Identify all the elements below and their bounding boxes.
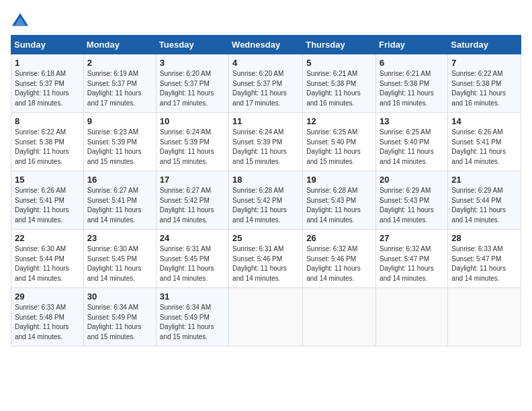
day-info: Sunrise: 6:29 AM Sunset: 5:43 PM Dayligh… — [380, 186, 444, 225]
day-number: 17 — [160, 175, 225, 185]
day-info: Sunrise: 6:28 AM Sunset: 5:42 PM Dayligh… — [232, 186, 299, 225]
day-info: Sunrise: 6:20 AM Sunset: 5:37 PM Dayligh… — [160, 69, 225, 108]
calendar-header: SundayMondayTuesdayWednesdayThursdayFrid… — [11, 36, 521, 54]
day-info: Sunrise: 6:33 AM Sunset: 5:48 PM Dayligh… — [15, 303, 80, 342]
calendar-cell: 29 Sunrise: 6:33 AM Sunset: 5:48 PM Dayl… — [11, 288, 84, 347]
day-info: Sunrise: 6:27 AM Sunset: 5:42 PM Dayligh… — [160, 186, 225, 225]
day-number: 10 — [160, 116, 225, 126]
day-info: Sunrise: 6:30 AM Sunset: 5:44 PM Dayligh… — [15, 244, 80, 283]
day-number: 8 — [15, 116, 80, 126]
day-info: Sunrise: 6:25 AM Sunset: 5:40 PM Dayligh… — [306, 128, 372, 167]
calendar-cell: 6 Sunrise: 6:21 AM Sunset: 5:38 PM Dayli… — [376, 54, 448, 113]
calendar-cell: 18 Sunrise: 6:28 AM Sunset: 5:42 PM Dayl… — [229, 171, 303, 230]
calendar-week-3: 15 Sunrise: 6:26 AM Sunset: 5:41 PM Dayl… — [11, 171, 521, 230]
day-info: Sunrise: 6:29 AM Sunset: 5:44 PM Dayligh… — [451, 186, 517, 225]
calendar-cell: 27 Sunrise: 6:32 AM Sunset: 5:47 PM Dayl… — [376, 230, 448, 288]
day-info: Sunrise: 6:32 AM Sunset: 5:47 PM Dayligh… — [380, 244, 444, 283]
day-number: 21 — [451, 175, 517, 185]
day-number: 16 — [87, 175, 152, 185]
col-header-monday: Monday — [83, 36, 156, 54]
calendar-cell — [229, 288, 303, 347]
day-number: 5 — [306, 58, 372, 68]
day-info: Sunrise: 6:24 AM Sunset: 5:39 PM Dayligh… — [160, 128, 225, 167]
calendar-cell: 2 Sunrise: 6:19 AM Sunset: 5:37 PM Dayli… — [83, 54, 156, 113]
calendar-table: SundayMondayTuesdayWednesdayThursdayFrid… — [11, 35, 521, 347]
day-info: Sunrise: 6:25 AM Sunset: 5:40 PM Dayligh… — [380, 128, 444, 167]
day-info: Sunrise: 6:21 AM Sunset: 5:38 PM Dayligh… — [380, 69, 444, 108]
calendar-cell: 1 Sunrise: 6:18 AM Sunset: 5:37 PM Dayli… — [11, 54, 84, 113]
day-number: 13 — [380, 116, 444, 126]
calendar-cell: 7 Sunrise: 6:22 AM Sunset: 5:38 PM Dayli… — [448, 54, 521, 113]
day-info: Sunrise: 6:34 AM Sunset: 5:49 PM Dayligh… — [160, 303, 225, 342]
day-info: Sunrise: 6:31 AM Sunset: 5:46 PM Dayligh… — [232, 244, 299, 283]
day-number: 14 — [451, 116, 517, 126]
day-number: 23 — [87, 233, 152, 243]
day-info: Sunrise: 6:26 AM Sunset: 5:41 PM Dayligh… — [15, 186, 80, 225]
calendar-cell: 17 Sunrise: 6:27 AM Sunset: 5:42 PM Dayl… — [156, 171, 228, 230]
day-number: 3 — [160, 58, 225, 68]
day-number: 22 — [15, 233, 80, 243]
day-number: 30 — [87, 291, 152, 302]
calendar-week-5: 29 Sunrise: 6:33 AM Sunset: 5:48 PM Dayl… — [11, 288, 521, 347]
day-number: 6 — [380, 58, 444, 68]
day-number: 18 — [232, 175, 299, 185]
day-info: Sunrise: 6:32 AM Sunset: 5:46 PM Dayligh… — [306, 244, 372, 283]
day-info: Sunrise: 6:34 AM Sunset: 5:49 PM Dayligh… — [87, 303, 152, 342]
calendar-cell: 4 Sunrise: 6:20 AM Sunset: 5:37 PM Dayli… — [229, 54, 303, 113]
calendar-cell — [448, 288, 521, 347]
col-header-saturday: Saturday — [448, 36, 521, 54]
calendar-cell: 11 Sunrise: 6:24 AM Sunset: 5:39 PM Dayl… — [229, 113, 303, 171]
day-number: 1 — [15, 58, 80, 68]
day-info: Sunrise: 6:31 AM Sunset: 5:45 PM Dayligh… — [160, 244, 225, 283]
day-info: Sunrise: 6:30 AM Sunset: 5:45 PM Dayligh… — [87, 244, 152, 283]
day-number: 9 — [87, 116, 152, 126]
day-info: Sunrise: 6:33 AM Sunset: 5:47 PM Dayligh… — [451, 244, 517, 283]
calendar-cell: 13 Sunrise: 6:25 AM Sunset: 5:40 PM Dayl… — [376, 113, 448, 171]
logo — [11, 11, 32, 30]
day-info: Sunrise: 6:23 AM Sunset: 5:39 PM Dayligh… — [87, 128, 152, 167]
day-number: 27 — [380, 233, 444, 243]
col-header-tuesday: Tuesday — [156, 36, 228, 54]
calendar-cell — [303, 288, 376, 347]
day-number: 2 — [87, 58, 152, 68]
calendar-cell: 10 Sunrise: 6:24 AM Sunset: 5:39 PM Dayl… — [156, 113, 228, 171]
day-number: 24 — [160, 233, 225, 243]
day-info: Sunrise: 6:19 AM Sunset: 5:37 PM Dayligh… — [87, 69, 152, 108]
day-info: Sunrise: 6:27 AM Sunset: 5:41 PM Dayligh… — [87, 186, 152, 225]
day-number: 12 — [306, 116, 372, 126]
calendar-cell: 19 Sunrise: 6:28 AM Sunset: 5:43 PM Dayl… — [303, 171, 376, 230]
calendar-cell: 9 Sunrise: 6:23 AM Sunset: 5:39 PM Dayli… — [83, 113, 156, 171]
col-header-friday: Friday — [376, 36, 448, 54]
day-number: 11 — [232, 116, 299, 126]
day-number: 31 — [160, 291, 225, 302]
calendar-cell: 5 Sunrise: 6:21 AM Sunset: 5:38 PM Dayli… — [303, 54, 376, 113]
calendar-cell: 31 Sunrise: 6:34 AM Sunset: 5:49 PM Dayl… — [156, 288, 228, 347]
calendar-cell: 3 Sunrise: 6:20 AM Sunset: 5:37 PM Dayli… — [156, 54, 228, 113]
calendar-cell: 8 Sunrise: 6:22 AM Sunset: 5:38 PM Dayli… — [11, 113, 84, 171]
day-info: Sunrise: 6:18 AM Sunset: 5:37 PM Dayligh… — [15, 69, 80, 108]
calendar-cell — [376, 288, 448, 347]
calendar-week-2: 8 Sunrise: 6:22 AM Sunset: 5:38 PM Dayli… — [11, 113, 521, 171]
page-header — [11, 11, 521, 30]
day-number: 4 — [232, 58, 299, 68]
col-header-sunday: Sunday — [11, 36, 84, 54]
calendar-cell: 22 Sunrise: 6:30 AM Sunset: 5:44 PM Dayl… — [11, 230, 84, 288]
calendar-cell: 24 Sunrise: 6:31 AM Sunset: 5:45 PM Dayl… — [156, 230, 228, 288]
day-info: Sunrise: 6:21 AM Sunset: 5:38 PM Dayligh… — [306, 69, 372, 108]
day-number: 7 — [451, 58, 517, 68]
calendar-cell: 14 Sunrise: 6:26 AM Sunset: 5:41 PM Dayl… — [448, 113, 521, 171]
calendar-week-4: 22 Sunrise: 6:30 AM Sunset: 5:44 PM Dayl… — [11, 230, 521, 288]
calendar-week-1: 1 Sunrise: 6:18 AM Sunset: 5:37 PM Dayli… — [11, 54, 521, 113]
day-info: Sunrise: 6:26 AM Sunset: 5:41 PM Dayligh… — [451, 128, 517, 167]
day-number: 26 — [306, 233, 372, 243]
day-number: 28 — [451, 233, 517, 243]
calendar-cell: 28 Sunrise: 6:33 AM Sunset: 5:47 PM Dayl… — [448, 230, 521, 288]
day-number: 15 — [15, 175, 80, 185]
col-header-wednesday: Wednesday — [229, 36, 303, 54]
calendar-cell: 16 Sunrise: 6:27 AM Sunset: 5:41 PM Dayl… — [83, 171, 156, 230]
day-number: 25 — [232, 233, 299, 243]
calendar-cell: 21 Sunrise: 6:29 AM Sunset: 5:44 PM Dayl… — [448, 171, 521, 230]
day-number: 19 — [306, 175, 372, 185]
calendar-cell: 20 Sunrise: 6:29 AM Sunset: 5:43 PM Dayl… — [376, 171, 448, 230]
calendar-cell: 12 Sunrise: 6:25 AM Sunset: 5:40 PM Dayl… — [303, 113, 376, 171]
